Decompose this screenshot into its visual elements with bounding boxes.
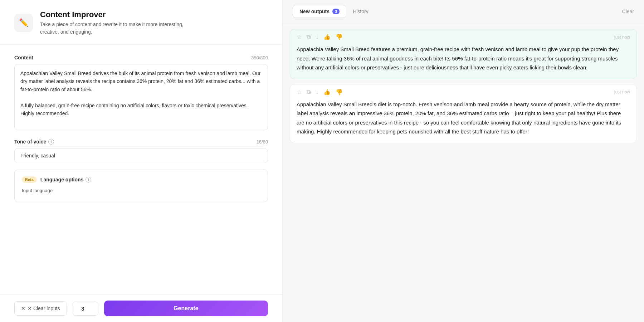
language-info-icon[interactable]: i [86,177,91,182]
quantity-input[interactable] [73,302,98,316]
tab-new-outputs[interactable]: New outputs 3 [293,5,346,18]
content-field-header: Content 380/800 [14,55,268,60]
thumbs-up-icon-2[interactable]: 👍 [323,89,331,96]
output-card-2: ☆ ⧉ ↓ 👍 👎 just now Appalachian Valley Sm… [290,84,637,143]
new-outputs-label: New outputs [299,9,330,14]
bottom-bar: ✕ ✕ Clear inputs Generate [0,294,282,322]
tone-info-icon[interactable]: i [48,139,54,145]
language-options-label: Language options i [40,177,92,182]
beta-badge: Beta [22,176,37,183]
tone-field-header: Tone of voice i 16/80 [14,139,268,145]
output-2-text: Appalachian Valley Small Breed's diet is… [290,98,636,143]
thumbs-up-icon-1[interactable]: 👍 [323,34,331,40]
app-info: Content Improver Take a piece of content… [40,10,190,36]
output-card-1: ☆ ⧉ ↓ 👍 👎 just now Appalachia Valley Sma… [290,29,637,79]
output-2-timestamp: just now [614,89,630,94]
copy-icon-1[interactable]: ⧉ [307,34,311,40]
app-header: ✏️ Content Improver Take a piece of cont… [0,0,282,45]
language-box: Beta Language options i Input language [14,170,268,202]
output-1-text: Appalachia Valley Small Breed features a… [290,43,636,79]
content-textarea[interactable] [14,64,268,130]
new-outputs-badge: 3 [332,9,340,14]
app-icon: ✏️ [14,14,33,32]
generate-button[interactable]: Generate [104,301,268,316]
tone-label: Tone of voice i [14,139,54,145]
thumbs-down-icon-2[interactable]: 👎 [336,89,343,96]
content-char-count: 380/800 [251,55,268,60]
tab-history[interactable]: History [346,5,375,18]
star-icon-1[interactable]: ☆ [297,34,302,40]
tone-char-count: 16/80 [256,139,268,145]
output-card-1-actions: ☆ ⧉ ↓ 👍 👎 just now [290,29,636,43]
language-section: Beta Language options i Input language [0,163,282,202]
copy-icon-2[interactable]: ⧉ [307,89,311,95]
content-label: Content [14,55,33,60]
tone-section: Tone of voice i 16/80 [0,132,282,163]
download-icon-2[interactable]: ↓ [316,89,318,95]
input-language-label: Input language [22,188,260,193]
outputs-list: ☆ ⧉ ↓ 👍 👎 just now Appalachia Valley Sma… [283,23,644,322]
app-description: Take a piece of content and rewrite it t… [40,21,190,36]
output-header: New outputs 3 History Clear [283,0,644,23]
output-1-timestamp: just now [614,35,630,40]
right-panel: New outputs 3 History Clear ☆ ⧉ ↓ 👍 👎 ju… [283,0,644,322]
pencil-icon: ✏️ [19,18,29,28]
history-label: History [353,9,369,14]
star-icon-2[interactable]: ☆ [297,89,302,96]
content-section: Content 380/800 [0,45,282,132]
app-title: Content Improver [40,10,190,19]
clear-inputs-button[interactable]: ✕ ✕ Clear inputs [14,301,67,316]
download-icon-1[interactable]: ↓ [316,34,318,40]
clear-icon: ✕ [21,306,25,311]
left-panel: ✏️ Content Improver Take a piece of cont… [0,0,283,322]
language-box-header: Beta Language options i [22,176,260,183]
tone-input[interactable] [14,148,268,163]
thumbs-down-icon-1[interactable]: 👎 [336,34,343,40]
output-card-2-actions: ☆ ⧉ ↓ 👍 👎 just now [290,84,636,98]
clear-outputs-button[interactable]: Clear [622,9,634,14]
